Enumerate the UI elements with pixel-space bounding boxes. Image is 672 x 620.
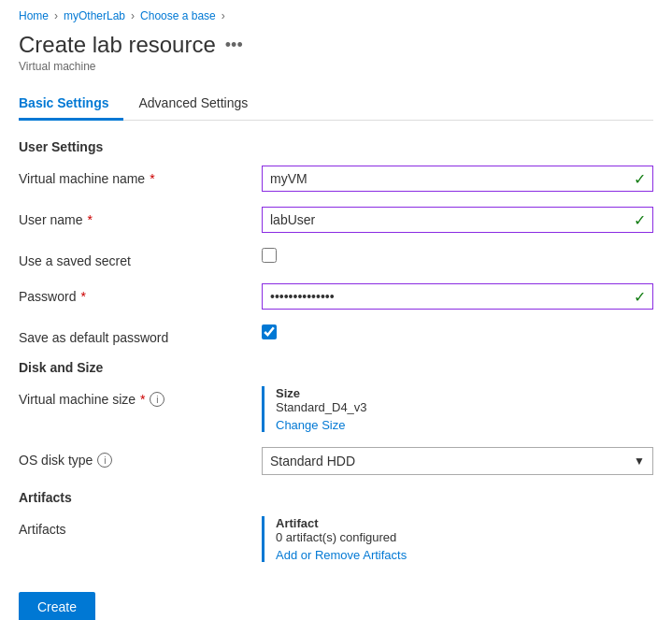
artifacts-label: Artifacts bbox=[19, 516, 262, 537]
size-value: Standard_D4_v3 bbox=[276, 400, 653, 414]
page-title: Create lab resource bbox=[19, 32, 216, 58]
os-disk-row: OS disk type i Standard HDD Standard SSD… bbox=[19, 447, 653, 475]
user-name-row: User name * ✓ bbox=[19, 207, 653, 233]
password-control: ✓ bbox=[262, 283, 653, 310]
password-label: Password * bbox=[19, 283, 262, 304]
artifact-heading: Artifact bbox=[276, 516, 653, 530]
os-disk-info-icon[interactable]: i bbox=[97, 453, 112, 468]
vm-size-label: Virtual machine size * i bbox=[19, 386, 262, 407]
user-name-control: ✓ bbox=[262, 207, 653, 233]
user-settings-header: User Settings bbox=[19, 139, 653, 154]
vm-name-required: * bbox=[150, 171, 154, 186]
breadcrumb-separator-1: › bbox=[54, 9, 58, 22]
vm-name-checkmark: ✓ bbox=[634, 170, 646, 188]
artifacts-section-header: Artifacts bbox=[19, 490, 653, 505]
password-row: Password * ✓ bbox=[19, 283, 653, 310]
password-input-wrapper: ✓ bbox=[262, 283, 653, 310]
vm-size-control: Size Standard_D4_v3 Change Size bbox=[262, 386, 653, 432]
add-remove-artifacts-link[interactable]: Add or Remove Artifacts bbox=[276, 548, 653, 562]
default-password-label: Save as default password bbox=[19, 324, 262, 345]
os-disk-select[interactable]: Standard HDD Standard SSD Premium SSD bbox=[263, 448, 652, 474]
vm-size-block: Size Standard_D4_v3 Change Size bbox=[262, 386, 653, 432]
saved-secret-row: Use a saved secret bbox=[19, 248, 653, 268]
breadcrumb-separator-2: › bbox=[131, 9, 135, 22]
saved-secret-control bbox=[262, 248, 653, 263]
vm-name-input[interactable] bbox=[262, 166, 653, 192]
vm-name-row: Virtual machine name * ✓ bbox=[19, 166, 653, 192]
tab-basic-settings[interactable]: Basic Settings bbox=[19, 88, 123, 121]
disk-size-header: Disk and Size bbox=[19, 360, 653, 375]
artifact-count: 0 artifact(s) configured bbox=[276, 530, 653, 544]
default-password-checkbox[interactable] bbox=[262, 324, 277, 339]
password-required: * bbox=[80, 289, 85, 304]
default-password-row: Save as default password bbox=[19, 324, 653, 345]
artifacts-row: Artifacts Artifact 0 artifact(s) configu… bbox=[19, 516, 653, 562]
os-disk-control: Standard HDD Standard SSD Premium SSD ▼ bbox=[262, 447, 653, 475]
user-name-checkmark: ✓ bbox=[634, 211, 646, 229]
artifact-block: Artifact 0 artifact(s) configured Add or… bbox=[262, 516, 653, 562]
vm-size-info-icon[interactable]: i bbox=[150, 392, 164, 407]
create-button[interactable]: Create bbox=[19, 592, 95, 620]
user-name-required: * bbox=[87, 212, 92, 227]
user-name-label: User name * bbox=[19, 207, 262, 227]
tabs-container: Basic Settings Advanced Settings bbox=[19, 88, 653, 121]
breadcrumb-home[interactable]: Home bbox=[19, 9, 49, 22]
vm-name-control: ✓ bbox=[262, 166, 653, 192]
os-disk-select-wrap: Standard HDD Standard SSD Premium SSD ▼ bbox=[262, 447, 653, 475]
change-size-link[interactable]: Change Size bbox=[276, 418, 653, 432]
breadcrumb-lab[interactable]: myOtherLab bbox=[64, 9, 125, 22]
saved-secret-checkbox[interactable] bbox=[262, 248, 277, 263]
size-heading: Size bbox=[276, 386, 653, 400]
user-name-input[interactable] bbox=[262, 207, 653, 233]
saved-secret-label: Use a saved secret bbox=[19, 248, 262, 268]
page-subtitle: Virtual machine bbox=[19, 60, 653, 73]
breadcrumb: Home › myOtherLab › Choose a base › bbox=[19, 9, 653, 22]
more-options-icon[interactable]: ••• bbox=[225, 36, 243, 55]
os-disk-label: OS disk type i bbox=[19, 447, 262, 468]
user-name-input-wrapper: ✓ bbox=[262, 207, 653, 233]
password-input[interactable] bbox=[262, 283, 653, 310]
tab-advanced-settings[interactable]: Advanced Settings bbox=[138, 88, 263, 121]
vm-size-required: * bbox=[140, 392, 145, 407]
page-header: Create lab resource ••• bbox=[19, 32, 653, 58]
breadcrumb-current: Choose a base bbox=[140, 9, 216, 22]
artifacts-control: Artifact 0 artifact(s) configured Add or… bbox=[262, 516, 653, 562]
password-checkmark: ✓ bbox=[634, 288, 646, 306]
breadcrumb-separator-3: › bbox=[222, 9, 225, 22]
vm-name-input-wrapper: ✓ bbox=[262, 166, 653, 192]
vm-name-label: Virtual machine name * bbox=[19, 166, 262, 186]
default-password-control bbox=[262, 324, 653, 339]
vm-size-row: Virtual machine size * i Size Standard_D… bbox=[19, 386, 653, 432]
